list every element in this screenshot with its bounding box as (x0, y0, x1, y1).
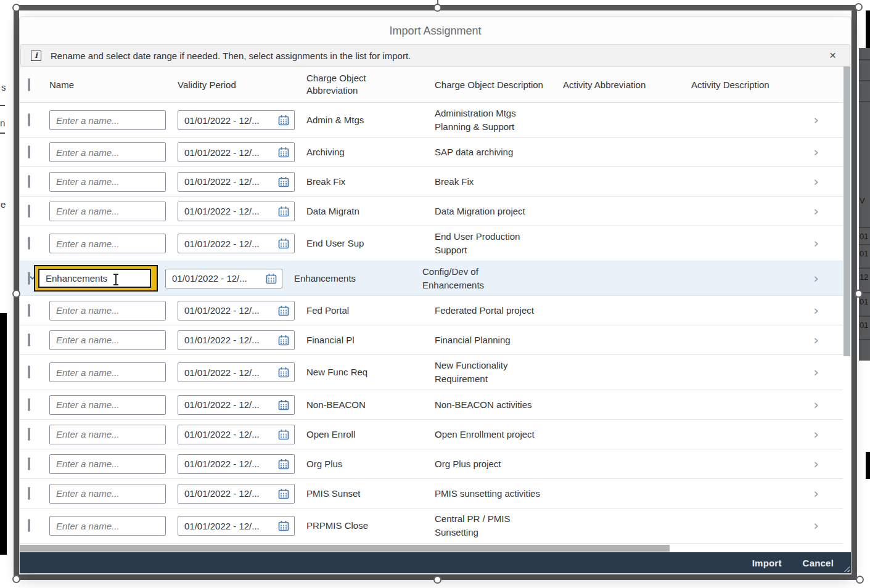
calendar-icon[interactable] (278, 147, 289, 158)
column-header-activity-description[interactable]: Activity Description (691, 80, 808, 90)
selection-handle[interactable] (433, 4, 441, 12)
close-icon[interactable]: × (829, 45, 836, 67)
row-chevron-icon[interactable]: › (813, 146, 819, 158)
calendar-icon[interactable] (278, 399, 289, 410)
assignment-name-input[interactable] (49, 202, 166, 221)
selection-handle[interactable] (12, 575, 20, 583)
validity-period-field[interactable]: 01/01/2022 - 12/... (178, 395, 295, 415)
calendar-icon[interactable] (278, 459, 289, 470)
row-chevron-icon[interactable]: › (813, 114, 819, 126)
row-chevron-icon[interactable]: › (813, 366, 819, 378)
row-checkbox-checked[interactable] (28, 272, 30, 285)
assignment-name-input[interactable] (49, 110, 166, 130)
table-row[interactable]: 01/01/2022 - 12/... Break Fix Break Fix … (20, 167, 851, 197)
row-checkbox[interactable] (28, 519, 30, 532)
validity-period-field[interactable]: 01/01/2022 - 12/... (178, 362, 295, 382)
assignment-name-input[interactable] (49, 362, 166, 382)
vertical-scrollbar[interactable] (843, 67, 851, 545)
assignment-name-input[interactable] (49, 454, 166, 474)
validity-period-field[interactable]: 01/01/2022 - 12/... (178, 330, 295, 350)
assignment-name-input[interactable] (49, 516, 166, 536)
validity-period-field[interactable]: 01/01/2022 - 12/... (178, 425, 295, 444)
selection-handle[interactable] (855, 290, 863, 298)
assignment-name-input[interactable] (49, 330, 166, 350)
row-checkbox[interactable] (28, 175, 30, 188)
table-row-selected[interactable]: 01/01/2022 - 12/... Enhancements Config/… (20, 261, 851, 296)
validity-period-field[interactable]: 01/01/2022 - 12/... (178, 202, 295, 221)
table-row[interactable]: 01/01/2022 - 12/... End User Sup End Use… (20, 226, 851, 261)
row-chevron-icon[interactable]: › (813, 428, 819, 441)
selection-handle[interactable] (433, 576, 441, 584)
row-chevron-icon[interactable]: › (813, 237, 819, 250)
row-chevron-icon[interactable]: › (813, 458, 819, 470)
calendar-icon[interactable] (266, 273, 277, 284)
selection-handle[interactable] (12, 4, 20, 12)
table-row[interactable]: 01/01/2022 - 12/... PRPMIS Close Central… (20, 508, 851, 544)
row-checkbox[interactable] (28, 304, 30, 317)
calendar-icon[interactable] (278, 176, 289, 187)
horizontal-scrollbar-thumb[interactable] (20, 545, 670, 552)
resize-grip-icon[interactable] (842, 565, 850, 572)
row-checkbox[interactable] (28, 457, 30, 470)
validity-period-field[interactable]: 01/01/2022 - 12/... (178, 301, 295, 321)
calendar-icon[interactable] (278, 305, 289, 316)
calendar-icon[interactable] (278, 488, 289, 499)
calendar-icon[interactable] (278, 115, 289, 126)
row-chevron-icon[interactable]: › (813, 520, 819, 532)
row-checkbox[interactable] (28, 398, 30, 411)
table-row[interactable]: 01/01/2022 - 12/... Archiving SAP data a… (20, 138, 851, 167)
row-checkbox[interactable] (28, 365, 30, 378)
assignment-name-input[interactable] (38, 269, 151, 288)
import-button[interactable]: Import (749, 558, 786, 568)
assignment-name-input[interactable] (49, 395, 166, 415)
validity-period-field[interactable]: 01/01/2022 - 12/... (178, 484, 295, 504)
table-row[interactable]: 01/01/2022 - 12/... New Func Req New Fun… (20, 355, 851, 390)
row-checkbox[interactable] (28, 237, 30, 250)
row-checkbox[interactable] (28, 487, 30, 500)
table-row[interactable]: 01/01/2022 - 12/... Financial Pl Financi… (20, 325, 851, 355)
validity-period-field[interactable]: 01/01/2022 - 12/... (178, 454, 295, 474)
row-checkbox[interactable] (28, 205, 30, 218)
assignment-name-input[interactable] (49, 301, 166, 321)
row-chevron-icon[interactable]: › (813, 399, 819, 411)
assignment-name-input[interactable] (49, 484, 166, 504)
row-checkbox[interactable] (28, 113, 30, 126)
table-row[interactable]: 01/01/2022 - 12/... Non-BEACON Non-BEACO… (20, 390, 851, 420)
calendar-icon[interactable] (278, 206, 289, 217)
table-row[interactable]: 01/01/2022 - 12/... Admin & Mtgs Adminis… (20, 103, 851, 138)
column-header-charge-object-description[interactable]: Charge Object Description (435, 80, 551, 90)
selection-handle[interactable] (855, 3, 863, 11)
assignment-name-input[interactable] (49, 425, 166, 444)
validity-period-field[interactable]: 01/01/2022 - 12/... (178, 110, 295, 130)
selection-handle[interactable] (856, 576, 864, 584)
cancel-button[interactable]: Cancel (799, 558, 837, 568)
row-chevron-icon[interactable]: › (813, 304, 819, 317)
row-chevron-icon[interactable]: › (813, 176, 819, 188)
validity-period-field[interactable]: 01/01/2022 - 12/... (178, 172, 295, 192)
row-checkbox[interactable] (28, 145, 30, 158)
assignment-name-input[interactable] (49, 234, 166, 253)
selection-handle[interactable] (12, 290, 20, 298)
table-row[interactable]: 01/01/2022 - 12/... Open Enroll Open Enr… (20, 420, 851, 449)
table-row[interactable]: 01/01/2022 - 12/... Org Plus Org Plus pr… (20, 449, 851, 479)
row-chevron-icon[interactable]: › (813, 334, 819, 346)
calendar-icon[interactable] (278, 429, 289, 440)
vertical-scrollbar-thumb[interactable] (843, 67, 850, 356)
validity-period-field[interactable]: 01/01/2022 - 12/... (178, 234, 295, 253)
row-chevron-icon[interactable]: › (813, 488, 819, 500)
validity-period-field[interactable]: 01/01/2022 - 12/... (165, 269, 282, 288)
assignment-name-input[interactable] (49, 142, 166, 162)
column-header-activity-abbreviation[interactable]: Activity Abbreviation (563, 80, 679, 90)
select-all-checkbox[interactable] (28, 78, 30, 91)
column-header-name[interactable]: Name (49, 80, 166, 90)
column-header-validity-period[interactable]: Validity Period (178, 80, 295, 90)
assignment-name-input[interactable] (49, 172, 166, 192)
column-header-charge-object-abbreviation[interactable]: Charge Object Abbreviation (306, 72, 380, 97)
validity-period-field[interactable]: 01/01/2022 - 12/... (178, 516, 295, 536)
row-chevron-icon[interactable]: › (813, 205, 819, 218)
calendar-icon[interactable] (278, 367, 289, 378)
table-row[interactable]: 01/01/2022 - 12/... PMIS Sunset PMIS sun… (20, 479, 851, 508)
row-chevron-icon[interactable]: › (813, 272, 819, 285)
table-row[interactable]: 01/01/2022 - 12/... Data Migratn Data Mi… (20, 197, 851, 226)
validity-period-field[interactable]: 01/01/2022 - 12/... (178, 142, 295, 162)
